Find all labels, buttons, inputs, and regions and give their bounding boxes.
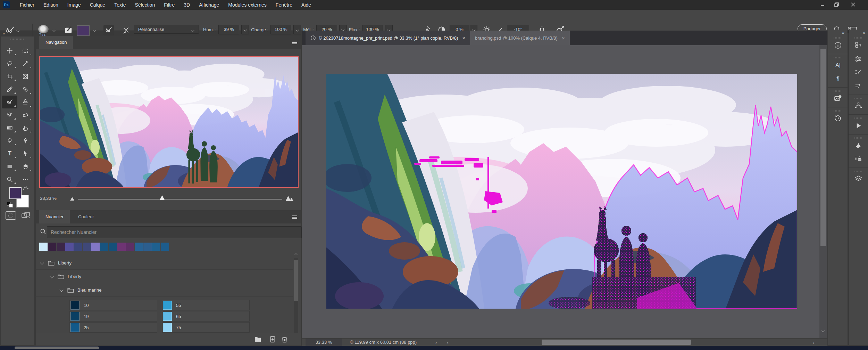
options-field-value[interactable]: 100 %: [270, 25, 291, 34]
menu-item[interactable]: Sélection: [131, 0, 160, 10]
swatch-search-input[interactable]: [47, 226, 302, 238]
scroll-right-icon[interactable]: ›: [813, 339, 815, 346]
panel-scrollbar-thumb[interactable]: [15, 347, 99, 349]
panel-icon-button[interactable]: [849, 153, 868, 166]
delete-swatch-icon[interactable]: [281, 336, 288, 343]
dock-grip[interactable]: [834, 57, 842, 58]
scrollbar-thumb[interactable]: [294, 260, 298, 301]
tool-button[interactable]: [17, 57, 33, 70]
tool-button[interactable]: [17, 173, 33, 186]
new-group-icon[interactable]: [254, 336, 261, 343]
menu-item[interactable]: Calque: [85, 0, 110, 10]
panel-icon-button[interactable]: [828, 54, 848, 72]
zoom-out-icon[interactable]: [69, 197, 75, 201]
tool-button[interactable]: [2, 96, 17, 108]
dock-grip[interactable]: [854, 171, 863, 172]
tool-button[interactable]: [2, 147, 17, 160]
document-tab[interactable]: © 20230718montagne_phr_print.psd @ 33,3%…: [306, 31, 470, 45]
swatch-entry[interactable]: 55: [162, 300, 250, 310]
minimize-button[interactable]: [818, 1, 827, 8]
panel-icon-button[interactable]: [849, 34, 868, 52]
tool-button[interactable]: [2, 57, 17, 70]
panel-menu-icon[interactable]: [292, 41, 297, 44]
chevron-down-icon[interactable]: [93, 29, 96, 32]
vertical-scrollbar[interactable]: [819, 45, 827, 338]
navigator-proxy-view[interactable]: [39, 56, 299, 188]
close-icon[interactable]: ×: [461, 35, 465, 41]
tool-button[interactable]: [2, 83, 17, 96]
panel-icon-button[interactable]: [849, 52, 868, 66]
canvas-pasteboard[interactable]: [302, 45, 819, 338]
tool-button[interactable]: [17, 121, 33, 134]
mixer-combo-dropdown[interactable]: Personnalisé: [134, 25, 199, 34]
tool-button[interactable]: [17, 147, 33, 160]
recent-swatch[interactable]: [161, 243, 169, 251]
tool-preset-button[interactable]: [6, 26, 15, 36]
tool-button[interactable]: [2, 44, 17, 57]
tab-couleur[interactable]: Couleur: [72, 210, 100, 223]
options-field-value[interactable]: 39 %: [218, 25, 239, 34]
panel-menu-icon[interactable]: [292, 215, 297, 219]
toolbar-grip[interactable]: [10, 39, 24, 40]
quick-mask-button[interactable]: [6, 211, 16, 220]
tool-button[interactable]: [2, 173, 17, 186]
document-tab[interactable]: branding.psd @ 100% (Calque 4, RVB/8) ×: [470, 31, 569, 45]
recent-swatch[interactable]: [39, 243, 48, 251]
panel-icon-button[interactable]: [828, 72, 848, 86]
recent-swatch[interactable]: [143, 243, 152, 251]
recent-swatch[interactable]: [135, 243, 143, 251]
swatch-group-row[interactable]: Liberty: [36, 256, 293, 270]
chevron-down-icon[interactable]: [50, 274, 53, 278]
swatch-entry[interactable]: 19: [69, 311, 157, 321]
swatches-scrollbar[interactable]: [294, 258, 298, 333]
panel-icon-button[interactable]: [849, 168, 868, 186]
toggle-brush-panel-button[interactable]: [64, 26, 73, 35]
close-window-button[interactable]: [849, 1, 858, 8]
foreground-color-swatch[interactable]: [9, 187, 22, 199]
chevron-down-icon[interactable]: [52, 29, 56, 32]
menu-item[interactable]: Aide: [297, 0, 316, 10]
dock-grip[interactable]: [854, 37, 863, 39]
collapse-toolbar-icon[interactable]: «: [3, 31, 6, 36]
status-next-icon[interactable]: ›: [435, 339, 437, 346]
recent-swatch[interactable]: [126, 243, 134, 251]
menu-item[interactable]: 3D: [179, 0, 194, 10]
menu-item[interactable]: Image: [63, 0, 85, 10]
collapse-left-dock-icon[interactable]: «: [39, 31, 42, 36]
dock-grip[interactable]: [834, 37, 842, 39]
tool-button[interactable]: [17, 70, 33, 83]
chevron-down-icon[interactable]: [16, 29, 20, 33]
navigator-zoom-slider-thumb[interactable]: [160, 195, 165, 200]
status-zoom-value[interactable]: 33,33 %: [306, 339, 342, 346]
canvas-artwork[interactable]: [326, 74, 797, 309]
tool-button[interactable]: [17, 134, 33, 147]
panel-icon-button[interactable]: [849, 95, 868, 113]
panel-icon-button[interactable]: [828, 34, 848, 52]
navigator-zoom-value[interactable]: 33,33 %: [40, 196, 57, 201]
dock-grip[interactable]: [854, 137, 863, 139]
tool-button[interactable]: [17, 44, 33, 57]
panel-icon-button[interactable]: [849, 80, 868, 93]
tool-button[interactable]: [2, 108, 17, 121]
scrollbar-thumb[interactable]: [820, 49, 826, 246]
app-logo[interactable]: Ps: [3, 1, 10, 8]
dock-grip[interactable]: [834, 110, 842, 112]
horizontal-scrollbar-thumb[interactable]: [542, 340, 691, 345]
navigator-zoom-slider[interactable]: [78, 199, 282, 200]
chevron-down-icon[interactable]: [293, 25, 301, 34]
menu-item[interactable]: Filtre: [159, 0, 179, 10]
swatch-group-row[interactable]: Liberty: [36, 270, 293, 283]
tab-nuancier[interactable]: Nuancier: [39, 210, 70, 223]
chevron-down-icon[interactable]: [241, 25, 249, 34]
tool-button[interactable]: [17, 83, 33, 96]
panel-icon-button[interactable]: [828, 87, 848, 106]
panel-icon-button[interactable]: [849, 134, 868, 153]
menu-item[interactable]: Affichage: [194, 0, 224, 10]
recent-swatch[interactable]: [117, 243, 126, 251]
recent-swatch[interactable]: [57, 243, 65, 251]
swap-colors-icon[interactable]: [23, 186, 29, 193]
tool-button[interactable]: [2, 121, 17, 134]
recent-swatch[interactable]: [91, 243, 100, 251]
new-swatch-icon[interactable]: [269, 336, 276, 343]
swatch-entry[interactable]: 65: [162, 311, 250, 321]
